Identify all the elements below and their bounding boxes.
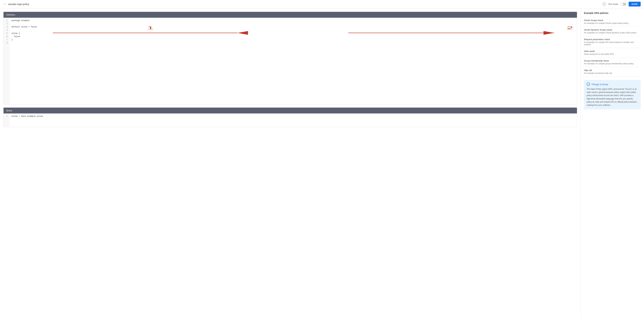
query-code-body[interactable]: 1 allow = data.example.allow [4,113,577,127]
test-mode-label: Test mode [608,3,618,5]
policy-item-title: Request parameters check [584,38,641,41]
info-icon: i [587,82,590,86]
policy-item-desc: An example of a simple API check based o… [584,41,641,46]
editor-area: Definition 1 2 3 4 5 6 7 8 package examp… [0,8,580,318]
policy-item-request-params[interactable]: Request parameters check An example of a… [584,36,641,48]
query-panel: Query 1 allow = data.example.allow [3,107,577,127]
main-layout: Definition 1 2 3 4 5 6 7 8 package examp… [0,8,644,318]
policy-item-desc: An example of a simple OAuth scope check… [584,22,641,24]
policy-item-desc: An example of external http call [584,72,641,74]
sidebar: Example OPA policies OAuth Scope check A… [580,8,644,318]
things-to-know-title: Things to know [591,83,608,86]
things-to-know-header: i Things to know [587,82,638,86]
policy-item-group-membership[interactable]: Group membership check An example of a s… [584,57,641,67]
definition-panel: Definition 1 2 3 4 5 6 7 8 package examp… [3,12,577,105]
save-button[interactable]: SAVE [628,2,641,6]
policy-item-oauth-scope[interactable]: OAuth Scope check An example of a simple… [584,17,641,26]
policy-item-desc: An example of a simple OAuth dynamic sco… [584,31,641,34]
help-icon[interactable]: ? [602,2,606,6]
things-to-know-text: The Open Policy Agent (OPA, pronounced "… [587,88,638,107]
query-header: Query [4,108,577,113]
sidebar-title: Example OPA policies [584,12,641,14]
test-mode-toggle[interactable] [620,3,626,6]
header-left: ← sample-rego-policy [3,2,29,6]
definition-header: Definition [4,12,577,18]
definition-line-numbers: 1 2 3 4 5 6 7 8 [4,18,10,105]
policy-item-hello-world[interactable]: Hello world Allow everyone to use public… [584,48,641,57]
policy-item-title: Http call [584,69,641,71]
policy-item-title: Hello world [584,50,641,52]
policy-item-title: Group membership check [584,59,641,62]
things-to-know-box: i Things to know The Open Policy Agent (… [584,80,641,109]
query-code-content[interactable]: allow = data.example.allow [10,113,577,127]
header-right: ? Test mode SAVE [602,2,641,6]
policy-item-desc: Allow everyone to use public APIs [584,53,641,55]
policy-item-http-call[interactable]: Http call An example of external http ca… [584,67,641,76]
policy-item-title: OAuth Dynamic Scope check [584,28,641,31]
definition-code-content[interactable]: package example default allow = false al… [10,18,577,105]
policy-item-oauth-dynamic[interactable]: OAuth Dynamic Scope check An example of … [584,26,641,36]
query-line-numbers: 1 [4,113,10,127]
definition-code-body[interactable]: 1 2 3 4 5 6 7 8 package example default … [4,18,577,105]
header: ← sample-rego-policy ? Test mode SAVE [0,0,644,8]
back-button[interactable]: ← [3,2,6,6]
policy-item-title: OAuth Scope check [584,19,641,21]
page-title: sample-rego-policy [8,3,29,5]
policy-item-desc: An example of a simple group membership … [584,62,641,65]
